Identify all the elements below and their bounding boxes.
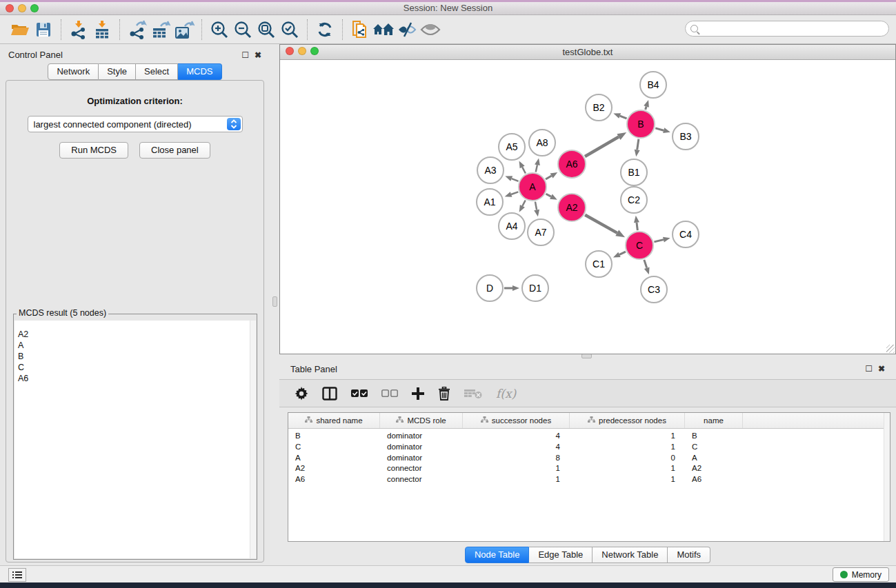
graph-edge-A2-C[interactable]	[585, 215, 617, 233]
select-all-columns-icon[interactable]	[351, 389, 368, 398]
vertical-splitter-handle[interactable]	[272, 296, 277, 307]
tab-network[interactable]: Network	[48, 63, 99, 80]
zoom-window-icon[interactable]	[30, 4, 39, 12]
open-session-icon[interactable]	[8, 19, 32, 41]
toggle-column-panel-icon[interactable]	[322, 387, 337, 401]
table-cell[interactable]: 0	[570, 453, 685, 464]
table-cell[interactable]: 4	[463, 431, 570, 442]
zoom-in-icon[interactable]	[208, 19, 231, 41]
mcds-result-list[interactable]: A2ABCA6	[14, 321, 256, 558]
graph-node-C3[interactable]: C3	[640, 276, 668, 303]
graph-node-B2[interactable]: B2	[585, 94, 613, 121]
graph-edge-C-C2[interactable]	[637, 223, 637, 230]
graph-edge-B-B3[interactable]	[655, 128, 664, 130]
table-cell[interactable]: 1	[463, 474, 570, 485]
network-zoom-icon[interactable]	[310, 47, 319, 55]
graph-edge-A-A6[interactable]	[546, 176, 552, 179]
column-header-MCDS-role[interactable]: MCDS role	[380, 413, 463, 428]
run-mcds-button[interactable]: Run MCDS	[59, 142, 128, 159]
zoom-out-icon[interactable]	[231, 19, 255, 41]
tab-motifs[interactable]: Motifs	[668, 547, 710, 563]
table-cell[interactable]: A2	[288, 463, 380, 474]
graph-node-A[interactable]: A	[518, 172, 547, 201]
optimization-criterion-dropdown[interactable]: largest connected component (directed)	[28, 116, 243, 132]
table-cell[interactable]: connector	[380, 463, 463, 474]
close-panel-button[interactable]: Close panel	[139, 142, 210, 159]
close-window-icon[interactable]	[6, 4, 14, 12]
float-panel-icon[interactable]: ☐	[241, 50, 249, 60]
tab-mcds[interactable]: MCDS	[178, 63, 221, 80]
result-item[interactable]: C	[15, 362, 249, 373]
graph-edge-A-A1[interactable]	[511, 192, 518, 194]
graph-node-B4[interactable]: B4	[639, 71, 667, 99]
tab-network-table[interactable]: Network Table	[593, 547, 668, 563]
zoom-selected-icon[interactable]	[278, 19, 301, 41]
minimize-window-icon[interactable]	[18, 4, 26, 12]
home-network-icon[interactable]	[372, 19, 395, 41]
table-cell[interactable]: A6	[685, 474, 743, 485]
graph-node-A7[interactable]: A7	[527, 219, 555, 246]
graph-edge-A-A2[interactable]	[546, 194, 550, 196]
table-row[interactable]: Cdominator41C	[288, 442, 890, 453]
add-column-icon[interactable]	[412, 387, 424, 400]
graph-edge-A-A8[interactable]	[536, 165, 537, 172]
graph-edge-B-B1[interactable]	[637, 139, 639, 150]
graph-node-C[interactable]: C	[625, 231, 654, 260]
table-row[interactable]: A6connector11A6	[288, 474, 890, 485]
export-image-icon[interactable]	[172, 19, 196, 41]
graph-node-B[interactable]: B	[626, 110, 655, 139]
table-cell[interactable]: 1	[463, 463, 570, 474]
column-header-predecessor-nodes[interactable]: predecessor nodes	[570, 413, 685, 428]
graph-node-B3[interactable]: B3	[672, 123, 699, 150]
graph-node-A5[interactable]: A5	[498, 133, 526, 161]
tab-select[interactable]: Select	[136, 63, 178, 80]
graph-edge-A-A3[interactable]	[512, 179, 519, 181]
save-session-icon[interactable]	[32, 19, 55, 41]
export-table-icon[interactable]	[149, 19, 172, 41]
graph-node-A8[interactable]: A8	[528, 129, 556, 156]
graph-node-A3[interactable]: A3	[477, 156, 504, 184]
graph-node-C2[interactable]: C2	[620, 186, 648, 214]
tab-style[interactable]: Style	[99, 63, 136, 80]
table-cell[interactable]: A	[685, 453, 743, 464]
table-cell[interactable]: 1	[570, 442, 685, 453]
table-cell[interactable]: A6	[288, 474, 380, 485]
result-item[interactable]: A6	[15, 373, 249, 384]
close-table-panel-icon[interactable]: ✖	[878, 364, 885, 374]
tab-node-table[interactable]: Node Table	[465, 547, 530, 563]
float-table-panel-icon[interactable]: ☐	[865, 364, 873, 374]
column-header-name[interactable]: name	[685, 413, 743, 428]
result-item[interactable]: B	[15, 351, 249, 362]
table-scrollbar[interactable]	[884, 413, 890, 541]
table-cell[interactable]: C	[685, 442, 743, 453]
table-row[interactable]: A2connector11A2	[288, 463, 890, 474]
network-canvas[interactable]: B4B2BB3A8A5A6A3B1AC2A1A2A4A7C4CC1DD1C3	[280, 61, 895, 354]
clone-network-icon[interactable]	[348, 19, 372, 41]
graph-edge-B-B4[interactable]	[646, 106, 646, 110]
horizontal-splitter-handle[interactable]	[581, 354, 592, 358]
table-cell[interactable]: dominator	[380, 453, 463, 464]
table-cell[interactable]: C	[288, 442, 380, 453]
import-table-icon[interactable]	[90, 19, 114, 41]
result-item[interactable]: A	[15, 340, 249, 351]
graph-node-D[interactable]: D	[476, 274, 504, 302]
table-row[interactable]: Bdominator41B	[288, 431, 890, 442]
graph-node-A1[interactable]: A1	[476, 188, 504, 216]
graph-node-A2[interactable]: A2	[557, 193, 586, 222]
import-network-icon[interactable]	[67, 19, 90, 41]
zoom-fit-icon[interactable]	[255, 19, 278, 41]
table-cell[interactable]: 1	[570, 463, 685, 474]
table-cell[interactable]: B	[288, 431, 380, 442]
graph-node-D1[interactable]: D1	[521, 274, 549, 302]
table-cell[interactable]: 8	[463, 453, 570, 464]
graph-edge-A-A5[interactable]	[522, 167, 526, 173]
close-panel-icon[interactable]: ✖	[255, 50, 261, 60]
graph-node-B1[interactable]: B1	[620, 159, 648, 186]
deselect-all-columns-icon[interactable]	[381, 389, 398, 398]
refresh-icon[interactable]	[313, 19, 337, 41]
table-cell[interactable]: A2	[685, 463, 743, 474]
resize-grip-icon[interactable]	[886, 345, 895, 353]
search-input[interactable]	[701, 24, 888, 34]
column-header-successor-nodes[interactable]: successor nodes	[463, 413, 570, 428]
table-cell[interactable]: 1	[570, 474, 685, 485]
